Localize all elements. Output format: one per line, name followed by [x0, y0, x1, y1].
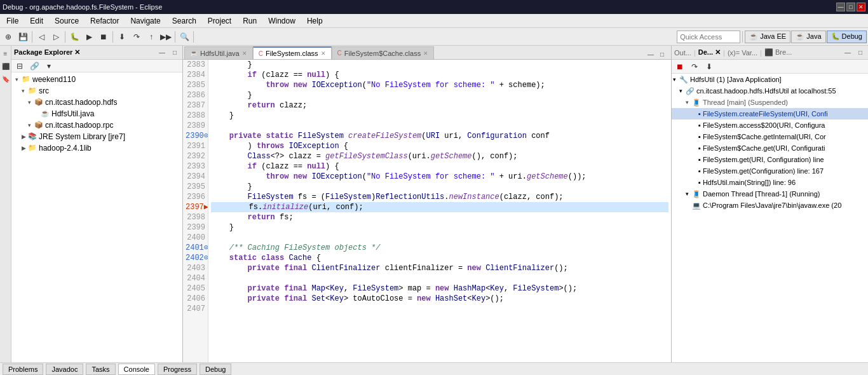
code-line-2387: return clazz;: [211, 100, 668, 111]
debug-maximize-button[interactable]: □: [855, 48, 865, 58]
toolbar-separator-4: [175, 31, 175, 43]
stop-button[interactable]: ⏹: [97, 30, 111, 44]
tree-label-hadoop-lib: hadoop-2.4.1lib: [39, 144, 92, 153]
quick-access-input[interactable]: [677, 31, 740, 43]
debug-thread-daemon[interactable]: ▾ 🧵 Daemon Thread [Thread-1] (Running): [672, 188, 868, 200]
tree-item-hdfs-pkg[interactable]: ▾ 📦 cn.itcast.hadoop.hdfs: [11, 97, 182, 108]
editor-minimize-button[interactable]: —: [646, 49, 656, 59]
tree-item-src[interactable]: ▾ 📁 src: [11, 85, 182, 97]
tree-label-weekend110: weekend110: [32, 75, 76, 84]
menu-search[interactable]: Search: [167, 15, 201, 27]
debug-frame-getinternal[interactable]: ▪ FileSystem$Cache.getInternal(URI, Cor: [672, 131, 868, 142]
tree-item-hdfsutil[interactable]: ☕ HdfsUtil.java: [11, 108, 182, 119]
resume-debug-btn[interactable]: ⏹: [673, 60, 687, 74]
debug-label-frame-fsget2: FileSystem.get(Configuration) line: 167: [703, 167, 824, 175]
code-line-2405: private final Map<Key, FileSystem> map =…: [211, 283, 668, 294]
close-button[interactable]: ✕: [857, 3, 865, 11]
tab-hdfsutil[interactable]: ☕ HdfsUtil.java ✕: [184, 46, 253, 59]
debug-tab-de[interactable]: De... ✕: [698, 48, 721, 57]
side-icon-3[interactable]: 🔖: [1, 74, 11, 84]
debug-tab-bre[interactable]: ⬛ Bre...: [764, 48, 792, 57]
run-button[interactable]: ▶: [82, 30, 96, 44]
debug-minimize-button[interactable]: —: [843, 48, 853, 58]
code-line-2391: ) throws IOException {: [211, 141, 668, 151]
step-return-button[interactable]: ↑: [144, 30, 158, 44]
tab-label-filesystem: FileSystem.class: [266, 50, 318, 57]
debug-process-icon: 💻: [692, 201, 701, 210]
debug-frame-access[interactable]: ▪ FileSystem.access$200(URI, Configura: [672, 119, 868, 131]
resume-button[interactable]: ▶▶: [159, 30, 173, 44]
prev-edit-button[interactable]: ◁: [34, 30, 48, 44]
tab-cache[interactable]: C FileSystem$Cache.class ✕: [332, 46, 435, 59]
status-bar: Problems Javadoc Tasks Console Progress …: [0, 362, 868, 375]
minimize-button[interactable]: —: [836, 3, 845, 11]
side-icon-1[interactable]: ≡: [1, 48, 11, 58]
search-button[interactable]: 🔍: [177, 30, 191, 44]
step-into-debug-btn[interactable]: ⬇: [702, 60, 716, 74]
tab-icon-hdfsutil: ☕: [190, 50, 198, 57]
tab-filesystem[interactable]: C FileSystem.class ✕: [253, 46, 332, 59]
tree-label-rpc-pkg: cn.itcast.hadoop.rpc: [45, 121, 113, 130]
code-line-2403: private final ClientFinalizer clientFina…: [211, 263, 668, 273]
collapse-all-button[interactable]: ⊟: [13, 59, 27, 73]
tree-item-weekend110[interactable]: ▾ 📁 weekend110: [11, 74, 182, 85]
status-tab-console[interactable]: Console: [118, 364, 155, 375]
menu-refactor[interactable]: Refactor: [85, 15, 124, 27]
debug-frame-cacheget[interactable]: ▪ FileSystem$Cache.get(URI, Configurati: [672, 142, 868, 154]
debug-button[interactable]: 🐛: [67, 30, 81, 44]
code-editor[interactable]: } if (clazz == null) { throw new IOExcep…: [208, 60, 671, 362]
debug-process-item[interactable]: 💻 C:\Program Files\Java\jre7\bin\javaw.e…: [672, 200, 868, 211]
step-into-button[interactable]: ⬇: [115, 30, 129, 44]
tree-item-jre[interactable]: ▶ 📚 JRE System Library [jre7]: [11, 131, 182, 142]
debug-tab-out[interactable]: Out...: [674, 49, 691, 57]
maximize-button[interactable]: □: [846, 3, 855, 11]
code-line-2401: /** Caching FileSystem objects */: [211, 243, 668, 253]
step-over-button[interactable]: ↷: [130, 30, 144, 44]
tree-arrow-rpc: ▾: [28, 122, 34, 128]
new-button[interactable]: ⊕: [1, 30, 15, 44]
step-over-debug-btn[interactable]: ↷: [688, 60, 702, 74]
debug-frame-icon-5: ▪: [698, 156, 701, 163]
side-icon-2[interactable]: ⬛: [1, 61, 11, 71]
tab-close-hdfsutil[interactable]: ✕: [242, 50, 247, 57]
status-tab-debug-status[interactable]: Debug: [200, 364, 231, 375]
perspective-debug[interactable]: 🐛 Debug: [827, 31, 867, 43]
view-menu-button[interactable]: ▾: [42, 59, 56, 73]
menu-run[interactable]: Run: [238, 15, 262, 27]
status-tab-javadoc[interactable]: Javadoc: [46, 364, 83, 375]
debug-label-frame-cacheget: FileSystem$Cache.get(URI, Configurati: [703, 144, 825, 152]
debug-tab-var[interactable]: (x)= Var...: [728, 49, 757, 57]
editor-maximize-button[interactable]: □: [657, 49, 667, 59]
debug-thread-main[interactable]: ▾ 🧵 Thread [main] (Suspended): [672, 97, 868, 108]
perspective-java-ee[interactable]: ☕ Java EE: [745, 31, 790, 43]
save-button[interactable]: 💾: [16, 30, 30, 44]
debug-frame-create[interactable]: ▪ FileSystem.createFileSystem(URI, Confi: [672, 108, 868, 119]
minimize-panel-button[interactable]: —: [157, 48, 167, 58]
debug-frame-main[interactable]: ▪ HdfsUtil.main(String[]) line: 96: [672, 177, 868, 188]
debug-app-item[interactable]: ▾ 🔧 HdfsUtil (1) [Java Application]: [672, 74, 868, 85]
menu-help[interactable]: Help: [302, 15, 328, 27]
status-tab-problems[interactable]: Problems: [3, 364, 43, 375]
menu-window[interactable]: Window: [263, 15, 301, 27]
perspective-java[interactable]: ☕ Java: [791, 31, 825, 43]
code-line-2404: [211, 273, 668, 283]
debug-vm-item[interactable]: ▾ 🔗 cn.itcast.hadoop.hdfs.HdfsUtil at lo…: [672, 85, 868, 97]
status-tab-tasks[interactable]: Tasks: [86, 364, 115, 375]
debug-frame-fsget2[interactable]: ▪ FileSystem.get(Configuration) line: 16…: [672, 165, 868, 177]
menu-project[interactable]: Project: [203, 15, 236, 27]
menu-navigate[interactable]: Navigate: [125, 15, 165, 27]
main-area: ≡ ⬛ 🔖 Package Explorer ✕ — □ ⊟ 🔗 ▾ ▾ 📁 w…: [0, 46, 868, 362]
tab-close-cache[interactable]: ✕: [423, 50, 428, 57]
maximize-panel-button[interactable]: □: [170, 48, 180, 58]
package-explorer-panel: Package Explorer ✕ — □ ⊟ 🔗 ▾ ▾ 📁 weekend…: [11, 46, 183, 362]
next-edit-button[interactable]: ▷: [49, 30, 63, 44]
tree-item-hadoop-lib[interactable]: ▶ 📁 hadoop-2.4.1lib: [11, 142, 182, 154]
status-tab-progress[interactable]: Progress: [158, 364, 197, 375]
menu-file[interactable]: File: [1, 15, 24, 27]
tree-item-rpc-pkg[interactable]: ▾ 📦 cn.itcast.hadoop.rpc: [11, 119, 182, 131]
menu-edit[interactable]: Edit: [25, 15, 48, 27]
link-editor-button[interactable]: 🔗: [27, 59, 41, 73]
debug-frame-fsget1[interactable]: ▪ FileSystem.get(URI, Configuration) lin…: [672, 154, 868, 165]
menu-source[interactable]: Source: [50, 15, 84, 27]
tab-close-filesystem[interactable]: ✕: [321, 50, 326, 57]
